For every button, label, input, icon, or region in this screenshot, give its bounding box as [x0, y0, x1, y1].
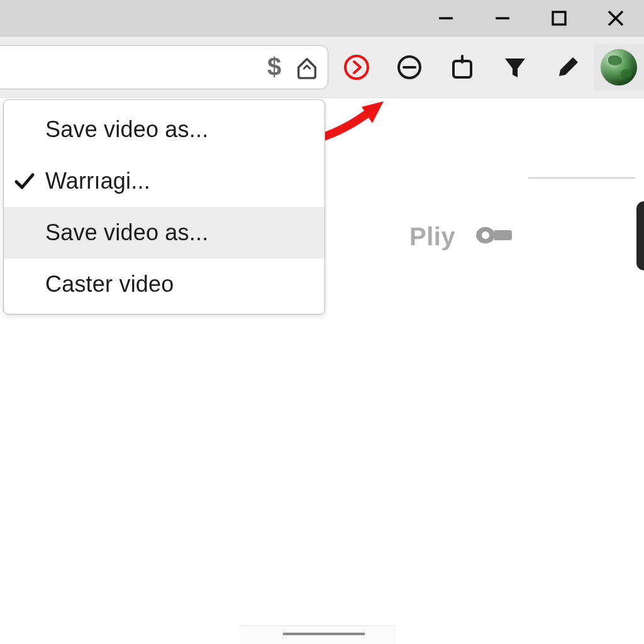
close-button[interactable] [587, 0, 644, 36]
menu-item-label: Save video as... [45, 219, 208, 246]
play-circled-icon[interactable] [343, 53, 370, 81]
address-bar[interactable]: $ [0, 45, 328, 89]
minimize-button[interactable] [418, 0, 474, 36]
maximize-icon [550, 9, 568, 27]
profile-button[interactable] [594, 44, 644, 91]
svg-marker-11 [362, 101, 384, 123]
funnel-icon[interactable] [501, 53, 529, 81]
extension-icons [343, 36, 582, 98]
menu-item-save-video-as-1[interactable]: Save video as... [4, 104, 325, 155]
menu-item-label: Caster video [45, 271, 174, 297]
home-icon[interactable] [295, 55, 319, 79]
play-label: Pliy [409, 223, 455, 251]
dollar-icon[interactable]: $ [262, 55, 286, 79]
minimize-icon [437, 9, 455, 27]
maximize-button[interactable] [531, 0, 587, 36]
menu-item-warriagi[interactable]: Warrıagi... [4, 155, 325, 207]
svg-text:$: $ [267, 54, 281, 80]
page-content: Save video as... Warrıagi... Save video … [0, 98, 644, 644]
box-up-icon[interactable] [448, 53, 476, 81]
menu-item-caster-video[interactable]: Caster video [4, 258, 325, 310]
svg-rect-2 [553, 12, 565, 25]
highlighter-icon[interactable] [554, 53, 582, 81]
globe-icon [601, 49, 637, 86]
svg-point-6 [345, 56, 368, 79]
window-titlebar [0, 0, 644, 36]
restore-button[interactable] [474, 0, 531, 36]
camera-icon [475, 223, 513, 250]
close-icon [606, 9, 625, 28]
browser-toolbar: $ [0, 36, 644, 98]
menu-item-label: Save video as... [45, 116, 208, 143]
bottom-handle [283, 633, 365, 635]
menu-item-save-video-as-2[interactable]: Save video as... [4, 207, 325, 258]
timer-icon[interactable] [396, 53, 423, 81]
context-menu: Save video as... Warrıagi... Save video … [3, 99, 325, 314]
check-icon [14, 170, 35, 192]
menu-item-label: Warrıagi... [45, 168, 150, 194]
side-handle[interactable] [636, 201, 644, 270]
restore-icon [494, 9, 511, 27]
divider-line [528, 177, 635, 179]
svg-point-13 [482, 231, 489, 239]
